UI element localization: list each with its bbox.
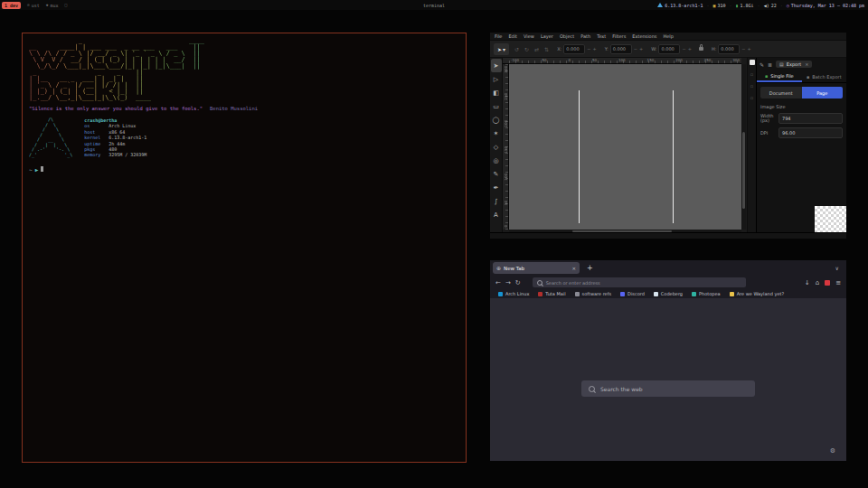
ruler-tick: -50	[541, 58, 547, 63]
arch-icon	[657, 3, 663, 7]
bookmark-discord[interactable]: Discord	[620, 291, 645, 296]
x-input[interactable]: 0.000	[563, 44, 585, 54]
document-button[interactable]: Document	[760, 87, 802, 99]
menu-extensions[interactable]: Extensions	[632, 33, 656, 39]
menu-object[interactable]: Object	[560, 33, 574, 39]
tab-new-tab[interactable]: ⊕ New Tab ×	[493, 262, 580, 274]
box-tool[interactable]: ◇	[491, 140, 502, 154]
scrollbar-thumb[interactable]	[742, 132, 745, 209]
export-dock-tab[interactable]: ▤ Export ×	[776, 61, 812, 68]
lock-ratio-icon[interactable]	[699, 47, 703, 51]
h-minus-button[interactable]: −	[741, 46, 745, 52]
tab-single-file[interactable]: ▪ Single File	[757, 70, 802, 82]
y-plus-button[interactable]: +	[639, 46, 643, 52]
selection-mode-dropdown[interactable]: ➤ ▾	[494, 43, 509, 55]
horizontal-ruler[interactable]: -100 -50 0 50 100 150 200 250 300	[509, 58, 741, 64]
downloads-icon[interactable]: ↓	[805, 279, 810, 286]
snap-option-icon[interactable]: ▫	[750, 71, 753, 77]
bookmark-wayland[interactable]: Are we Wayland yet?	[730, 291, 784, 296]
dpi-input[interactable]: 96.00	[778, 127, 843, 138]
y-input[interactable]: 0.000	[610, 44, 632, 54]
x-minus-button[interactable]: −	[587, 46, 590, 52]
vertical-scrollbar[interactable]	[741, 64, 746, 230]
bookmark-arch-linux[interactable]: Arch Linux	[498, 291, 529, 296]
pen-tool[interactable]: ✒	[491, 181, 502, 194]
spiral-tool[interactable]: ◎	[491, 154, 502, 167]
layers-icon[interactable]: ≣	[768, 61, 772, 68]
menu-filters[interactable]: Filters	[612, 33, 626, 39]
snap-option-icon[interactable]: ▫	[750, 83, 753, 89]
menu-help[interactable]: Help	[663, 33, 673, 39]
separator: ·	[706, 3, 709, 8]
bookmark-photopea[interactable]: Photopea	[692, 291, 721, 296]
new-tab-button[interactable]: +	[587, 264, 593, 272]
export-area-segment: Document Page	[760, 87, 843, 99]
rotate-cw-icon[interactable]: ↻	[524, 46, 529, 52]
pencil-tool[interactable]: ✎	[491, 167, 502, 181]
selector-tool[interactable]: ➤	[491, 59, 502, 72]
bookmark-software-refs[interactable]: software refs	[575, 291, 611, 296]
forward-button[interactable]: →	[505, 279, 511, 286]
node-tool[interactable]: ▷	[491, 72, 502, 86]
bookmark-codeberg[interactable]: Codeberg	[654, 291, 683, 296]
extension-icon[interactable]	[825, 280, 830, 286]
export-panel: ✎ ≣ ▤ Export × ▪ Single File ▪ Batch Exp…	[756, 58, 846, 233]
star-tool[interactable]: ✶	[491, 127, 502, 140]
gear-icon[interactable]: ⚙	[830, 447, 835, 455]
pencil-icon: ✎	[494, 171, 499, 178]
menu-text[interactable]: Text	[597, 33, 606, 39]
x-plus-button[interactable]: +	[592, 46, 596, 52]
w-plus-button[interactable]: +	[688, 46, 692, 52]
menu-icon[interactable]: ≡	[835, 279, 841, 286]
menu-view[interactable]: View	[524, 33, 534, 39]
url-bar[interactable]: Search or enter address	[533, 277, 746, 287]
back-button[interactable]: ←	[495, 279, 501, 286]
web-search-input[interactable]: Search the web	[581, 380, 755, 397]
dock-header: ✎ ≣ ▤ Export ×	[757, 58, 846, 70]
menu-path[interactable]: Path	[580, 33, 590, 39]
workspace-4[interactable]: □	[65, 3, 68, 7]
shell-prompt[interactable]: ~ ▶	[29, 166, 459, 173]
pencil-icon[interactable]: ✎	[760, 61, 764, 68]
bookmark-label: Arch Linux	[505, 291, 529, 296]
close-tab-icon[interactable]: ×	[571, 266, 576, 271]
fetch-block: /\ / \ / \ / \ / __ \ / | | \ / .-' '-. …	[29, 117, 459, 158]
h-input[interactable]: 0.000	[718, 44, 740, 54]
y-minus-button[interactable]: −	[634, 46, 637, 52]
clock-module: ◷ Thursday, Mar 13 — 02:48 pm	[787, 3, 864, 8]
flip-vertical-icon[interactable]: ⇅	[544, 46, 549, 52]
flip-horizontal-icon[interactable]: ⇄	[534, 46, 539, 52]
bookmark-favicon	[654, 292, 658, 296]
width-input[interactable]: 794	[778, 113, 843, 124]
tool-options-bar: ➤ ▾ ↺ ↻ ⇄ ⇅ X: 0.000 − + Y: 0.000 − + W:…	[490, 41, 846, 58]
w-input[interactable]: 0.000	[658, 44, 680, 54]
page-button[interactable]: Page	[802, 87, 844, 99]
home-icon[interactable]: ⌂	[816, 279, 819, 286]
workspace-2[interactable]: ⊙ ust	[27, 3, 40, 8]
list-tabs-icon[interactable]: ∨	[835, 265, 839, 271]
rotate-ccw-icon[interactable]: ↺	[514, 46, 519, 52]
w-minus-button[interactable]: −	[682, 46, 685, 52]
ram-icon: ▮	[736, 3, 739, 8]
snap-option-icon[interactable]: ▫	[750, 95, 753, 100]
calligraphy-tool[interactable]: ∫	[491, 194, 502, 208]
ellipse-tool[interactable]: ◯	[491, 113, 502, 127]
menu-file[interactable]: File	[495, 33, 502, 39]
text-tool[interactable]: A	[491, 208, 502, 221]
menu-layer[interactable]: Layer	[541, 33, 553, 39]
volume-module[interactable]: ◀) 22	[764, 3, 777, 8]
h-plus-button[interactable]: +	[748, 46, 751, 52]
bookmark-tuta-mail[interactable]: Tuta Mail	[538, 291, 565, 296]
close-icon[interactable]: ×	[805, 61, 808, 67]
tab-batch-export[interactable]: ▪ Batch Export	[802, 70, 847, 82]
workspace-active[interactable]: 1 dev	[2, 2, 21, 9]
menu-edit[interactable]: Edit	[508, 33, 517, 39]
shape-builder-tool[interactable]: ◧	[491, 86, 502, 99]
vertical-ruler[interactable]: 300 250 200 150 100 50 0	[503, 64, 509, 230]
canvas[interactable]	[509, 64, 741, 230]
reload-button[interactable]: ↻	[515, 279, 521, 286]
y-label: Y:	[605, 46, 609, 52]
rectangle-tool[interactable]: ▭	[491, 99, 502, 113]
snap-toggle-button[interactable]	[750, 60, 755, 65]
workspace-3[interactable]: ◆ mux	[46, 3, 59, 8]
